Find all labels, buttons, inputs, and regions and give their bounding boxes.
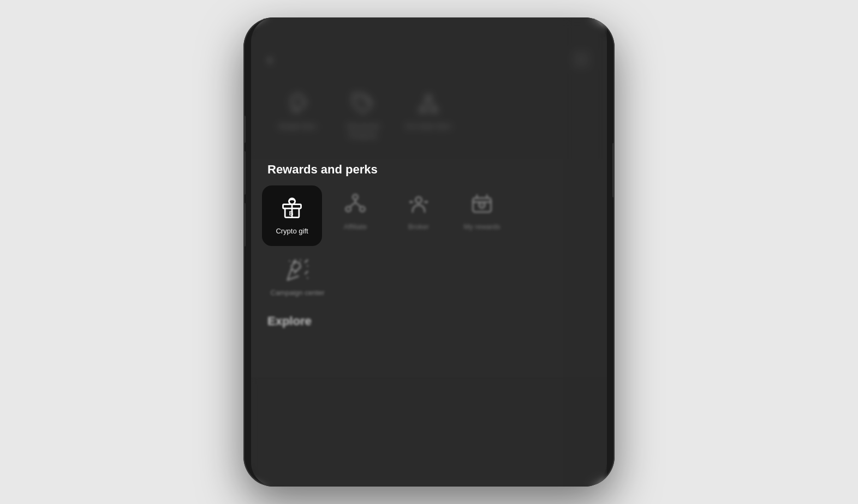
svg-point-15 xyxy=(426,201,427,202)
svg-point-16 xyxy=(410,201,411,202)
svg-point-19 xyxy=(481,204,483,206)
svg-text:B: B xyxy=(289,210,294,217)
gift-icon: B xyxy=(279,195,305,221)
broker-label: Broker xyxy=(408,223,429,232)
campaign-section: Campaign center xyxy=(251,246,607,309)
svg-point-13 xyxy=(360,206,365,211)
phone-screen: ‹ xyxy=(251,17,607,487)
broker-icon xyxy=(406,191,432,217)
affiliate-label: Affiliate xyxy=(344,223,367,232)
party-icon xyxy=(284,257,311,283)
affiliate-item[interactable]: Affiliate xyxy=(325,185,385,237)
phone-wrapper: ‹ xyxy=(243,17,615,487)
explore-heading: Explore xyxy=(251,309,607,334)
rewards-icon xyxy=(469,191,495,217)
rewards-row: B Crypto gift xyxy=(262,185,596,246)
crypto-gift-label: Crypto gift xyxy=(276,227,308,236)
campaign-row: Campaign center xyxy=(267,257,591,298)
campaign-center-item[interactable]: Campaign center xyxy=(267,257,327,298)
screen-content: ‹ xyxy=(251,17,607,487)
crypto-gift-item[interactable]: B Crypto gift xyxy=(262,185,322,246)
my-rewards-label: My rewards xyxy=(463,223,500,232)
blur-overlay-top xyxy=(251,17,607,159)
broker-item[interactable]: Broker xyxy=(389,185,449,237)
campaign-center-label: Campaign center xyxy=(271,289,325,298)
affiliate-icon xyxy=(342,191,368,217)
phone-frame: ‹ xyxy=(243,17,615,487)
svg-point-14 xyxy=(416,197,422,203)
blur-overlay-bottom xyxy=(251,377,607,487)
svg-point-12 xyxy=(346,206,351,211)
rewards-section: B Crypto gift xyxy=(251,185,607,246)
my-rewards-item[interactable]: My rewards xyxy=(452,185,512,237)
